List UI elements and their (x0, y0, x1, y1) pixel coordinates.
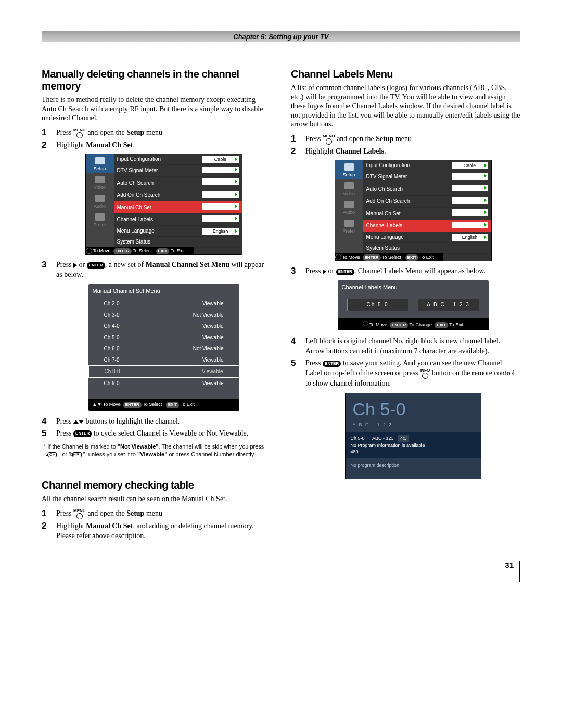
note-not-viewable: * If the Channel is marked to "Not Viewa… (42, 443, 271, 459)
enter-icon: ENTER (87, 262, 105, 269)
label-box-channel: Ch 5-0 (347, 299, 408, 311)
left-step-2: Highlight Manual Ch Set. Setup Video Aud… (42, 141, 271, 256)
enter-icon: ENTER (323, 361, 341, 367)
osd-tab-setup: Setup (86, 154, 114, 173)
right-step-5: Press ENTER to save your setting. And yo… (291, 359, 520, 479)
osd-channel-labels-menu: Channel Labels Menu Ch 5-0 A B C - 1 2 3… (338, 280, 489, 330)
osd-tab-video: Video (86, 173, 114, 191)
right-step-1: Press MENU and open the Setup menu (291, 134, 520, 145)
osd-row-selected: Ch 8-0Viewable (88, 365, 239, 378)
right-arrow-icon (323, 269, 326, 274)
right-column: Channel Labels Menu A list of common cha… (291, 68, 520, 545)
intro-manual-delete: There is no method really to delete the … (42, 95, 271, 123)
heading-checking-table: Channel memory checking table (42, 479, 271, 491)
ch-up-icon: ▲CH (48, 452, 57, 457)
menu-icon: MENU (73, 509, 86, 519)
intro-channel-labels: A list of common channel labels (logos) … (291, 83, 520, 129)
left-step-4: Press buttons to highlight the channel. (42, 417, 271, 427)
left-step-1: Press MENU and open the Setup menu (42, 128, 271, 138)
up-arrow-icon (73, 420, 79, 424)
chinfo-label: A B C - 1 2 3 (346, 422, 481, 432)
intro-checking-table: All the channel search result can be see… (42, 494, 271, 504)
chapter-bar: Chapter 5: Setting up your TV (42, 31, 520, 42)
left-list2-step-1: Press MENU and open the Setup menu (42, 509, 271, 519)
left-list2-step-2: Highlight Manual Ch Set. and adding or d… (42, 521, 271, 541)
osd-manual-channel-set: Manual Channel Set Menu Ch 2-0Viewable C… (88, 284, 239, 411)
heading-manual-delete: Manually deleting channels in the channe… (42, 68, 271, 92)
osd-setup-labels: Setup Video Audio Prefer Input Configura… (335, 160, 492, 262)
ch-down-icon: CH▼ (72, 452, 81, 457)
right-step-4: Left block is original channel No, right… (291, 337, 520, 356)
left-column: Manually deleting channels in the channe… (42, 68, 271, 545)
right-step-2: Highlight Channel Labels. Setup Video Au… (291, 147, 520, 262)
right-arrow-icon (73, 263, 77, 268)
left-step-5: Press ENTER to cycle select Channel is V… (42, 429, 271, 439)
osd-tab-prefer: Prefer (86, 210, 114, 229)
menu-icon: MENU (73, 128, 86, 138)
chinfo-channel: Ch 5-0 (346, 393, 481, 422)
down-arrow-icon (79, 420, 84, 424)
heading-channel-labels: Channel Labels Menu (291, 68, 520, 80)
info-icon: INFO (420, 368, 430, 379)
enter-icon: ENTER (336, 269, 354, 275)
menu-icon: MENU (323, 134, 335, 145)
label-box-name: A B C - 1 2 3 (418, 299, 479, 311)
right-step-3: Press or ENTER, Channel Labels Menu will… (291, 266, 520, 330)
osd-tab-audio: Audio (86, 191, 114, 210)
channel-info-overlay: Ch 5-0 A B C - 1 2 3 Ch 5-0 ABC - 123 4:… (345, 393, 481, 479)
enter-icon: ENTER (73, 430, 92, 437)
page-number: 31 (42, 561, 520, 582)
osd-setup-manual: Setup Video Audio Prefer Input Configura… (85, 154, 242, 256)
left-step-3: Press or ENTER, a new set of Manual Chan… (42, 260, 271, 410)
